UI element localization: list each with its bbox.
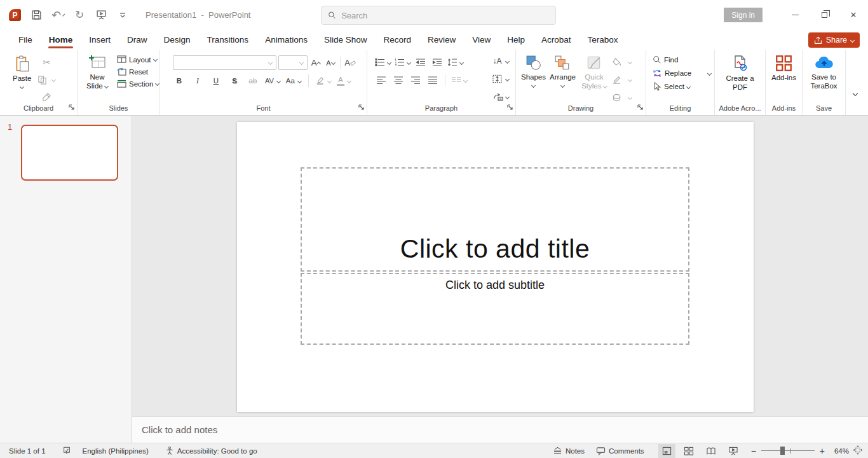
bold-button[interactable]: B bbox=[173, 74, 186, 87]
tab-file[interactable]: File bbox=[10, 30, 41, 50]
slide-indicator[interactable]: Slide 1 of 1 bbox=[9, 447, 46, 455]
save-to-terabox-button[interactable]: Save to TeraBox bbox=[810, 50, 839, 91]
font-color-dropdown-icon[interactable] bbox=[347, 78, 351, 83]
tab-animations[interactable]: Animations bbox=[257, 30, 316, 50]
tab-slide-show[interactable]: Slide Show bbox=[316, 30, 376, 50]
italic-button[interactable]: I bbox=[191, 74, 204, 87]
align-text-button[interactable] bbox=[492, 73, 509, 85]
underline-button[interactable]: U bbox=[210, 74, 222, 87]
tab-help[interactable]: Help bbox=[499, 30, 533, 50]
new-slide-button[interactable]: New Slide bbox=[83, 50, 112, 91]
select-dropdown-icon[interactable] bbox=[686, 84, 691, 88]
strikethrough-button[interactable]: ab bbox=[247, 74, 259, 87]
powerpoint-logo-icon[interactable]: P bbox=[9, 9, 21, 21]
character-spacing-button[interactable]: AV bbox=[265, 74, 280, 87]
shapes-button[interactable]: Shapes bbox=[521, 50, 546, 104]
highlight-color-button[interactable] bbox=[316, 74, 331, 87]
numbering-button[interactable] bbox=[395, 56, 410, 69]
line-spacing-button[interactable] bbox=[447, 56, 463, 69]
notes-pane[interactable]: Click to add notes bbox=[132, 416, 868, 443]
reading-view-button[interactable] bbox=[703, 444, 720, 458]
smartart-dropdown-icon[interactable] bbox=[505, 94, 509, 99]
tab-acrobat[interactable]: Acrobat bbox=[533, 30, 580, 50]
replace-dropdown-icon[interactable] bbox=[707, 71, 712, 75]
normal-view-button[interactable] bbox=[658, 444, 675, 458]
shape-effects-dropdown-icon[interactable] bbox=[628, 95, 632, 99]
reset-button[interactable]: Reset bbox=[117, 67, 159, 76]
search-input[interactable] bbox=[341, 11, 549, 20]
collapse-ribbon-button[interactable] bbox=[851, 91, 859, 99]
zoom-slider-thumb[interactable] bbox=[780, 447, 785, 455]
character-spacing-dropdown-icon[interactable] bbox=[276, 78, 281, 83]
clear-formatting-button[interactable]: A bbox=[344, 57, 356, 69]
align-left-button[interactable] bbox=[375, 74, 388, 87]
shape-outline-dropdown-icon[interactable] bbox=[628, 77, 632, 81]
justify-button[interactable] bbox=[426, 74, 439, 87]
highlight-dropdown-icon[interactable] bbox=[327, 78, 332, 83]
layout-button[interactable]: Layout bbox=[117, 55, 159, 64]
drawing-dialog-launcher-icon[interactable] bbox=[637, 104, 643, 111]
paste-button[interactable]: Paste bbox=[13, 50, 31, 103]
new-slide-dropdown-icon[interactable] bbox=[104, 84, 109, 88]
decrease-font-size-button[interactable]: A bbox=[324, 57, 337, 69]
slide-sorter-view-button[interactable] bbox=[681, 444, 698, 458]
slide[interactable]: Click to add title Click to add subtitle bbox=[237, 122, 754, 412]
zoom-slider[interactable] bbox=[761, 450, 815, 451]
comments-button[interactable]: Comments bbox=[596, 447, 644, 455]
minimize-button[interactable] bbox=[780, 0, 810, 30]
font-size-combobox[interactable] bbox=[278, 55, 308, 70]
layout-dropdown-icon[interactable] bbox=[153, 57, 157, 62]
decrease-indent-button[interactable] bbox=[414, 56, 427, 69]
section-button[interactable]: Section bbox=[117, 80, 159, 88]
zoom-in-button[interactable]: + bbox=[820, 446, 825, 456]
customize-qat-icon[interactable] bbox=[116, 9, 129, 22]
zoom-out-button[interactable]: − bbox=[751, 446, 756, 456]
tab-design[interactable]: Design bbox=[156, 30, 199, 50]
section-dropdown-icon[interactable] bbox=[155, 81, 159, 86]
tab-view[interactable]: View bbox=[464, 30, 499, 50]
change-case-button[interactable]: Aa bbox=[286, 74, 301, 87]
align-center-button[interactable] bbox=[392, 74, 405, 87]
restore-button[interactable] bbox=[810, 0, 839, 30]
save-icon[interactable] bbox=[30, 9, 43, 22]
notes-toggle-button[interactable]: Notes bbox=[553, 447, 585, 455]
language-button[interactable]: English (Philippines) bbox=[83, 447, 149, 455]
align-text-dropdown-icon[interactable] bbox=[505, 76, 510, 81]
tab-transitions[interactable]: Transitions bbox=[199, 30, 257, 50]
copy-dropdown-icon[interactable] bbox=[51, 77, 56, 81]
addins-button[interactable]: Add-ins bbox=[771, 50, 796, 83]
quick-styles-dropdown-icon[interactable] bbox=[603, 84, 607, 88]
create-pdf-button[interactable]: Create a PDF bbox=[726, 50, 755, 92]
shape-outline-button[interactable] bbox=[613, 73, 632, 86]
copy-button[interactable] bbox=[37, 73, 55, 86]
convert-to-smartart-button[interactable] bbox=[492, 90, 509, 103]
close-button[interactable]: ✕ bbox=[839, 0, 868, 30]
slide-show-button[interactable] bbox=[725, 444, 742, 458]
columns-button[interactable] bbox=[451, 74, 467, 87]
title-placeholder[interactable]: Click to add title bbox=[301, 167, 689, 272]
share-dropdown-icon[interactable] bbox=[850, 38, 855, 42]
paragraph-dialog-launcher-icon[interactable] bbox=[507, 104, 513, 111]
sign-in-button[interactable]: Sign in bbox=[724, 8, 763, 22]
redo-icon[interactable]: ↻ bbox=[73, 9, 86, 22]
tab-home[interactable]: Home bbox=[41, 30, 81, 50]
font-color-button[interactable]: A bbox=[337, 74, 351, 87]
replace-button[interactable]: b c Replace bbox=[653, 69, 711, 78]
columns-dropdown-icon[interactable] bbox=[463, 78, 468, 82]
shape-effects-button[interactable] bbox=[613, 91, 632, 104]
shape-fill-dropdown-icon[interactable] bbox=[628, 59, 632, 64]
align-right-button[interactable] bbox=[409, 74, 422, 87]
increase-font-size-button[interactable]: A bbox=[309, 57, 322, 69]
font-size-dropdown-icon[interactable] bbox=[299, 60, 304, 65]
tab-terabox[interactable]: Terabox bbox=[580, 30, 627, 50]
cut-icon[interactable]: ✂ bbox=[37, 56, 55, 69]
bullets-dropdown-icon[interactable] bbox=[387, 60, 391, 64]
arrange-dropdown-icon[interactable] bbox=[560, 83, 565, 88]
increase-indent-button[interactable] bbox=[431, 56, 444, 69]
spell-check-button[interactable] bbox=[62, 446, 71, 455]
undo-icon[interactable]: ↶ bbox=[51, 9, 64, 22]
fit-to-window-button[interactable] bbox=[853, 445, 863, 456]
find-button[interactable]: Find bbox=[653, 55, 678, 64]
tab-review[interactable]: Review bbox=[419, 30, 464, 50]
shape-fill-button[interactable] bbox=[613, 55, 632, 68]
